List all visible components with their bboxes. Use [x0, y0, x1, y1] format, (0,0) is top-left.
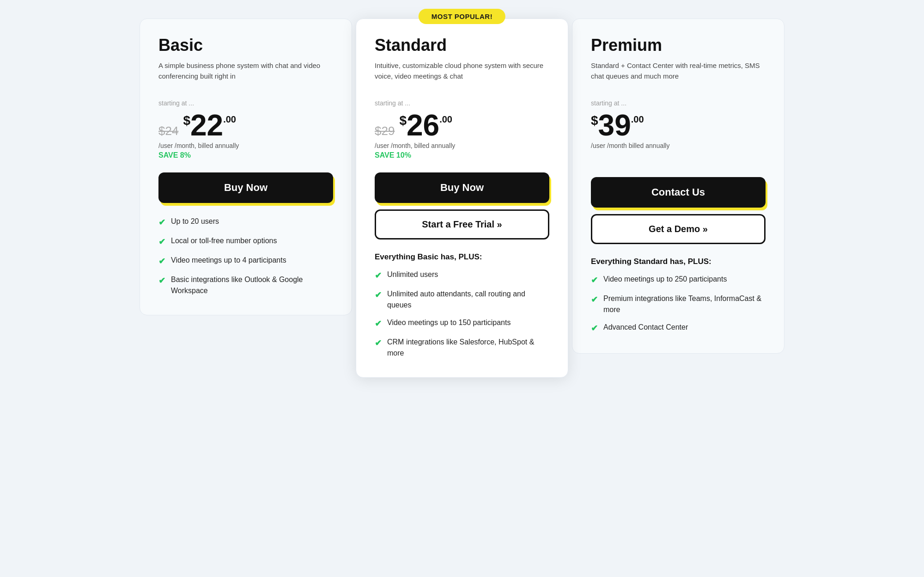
features-heading-standard: Everything Basic has, PLUS:	[375, 252, 549, 262]
check-icon: ✔	[375, 289, 382, 301]
feature-item: ✔ Premium integrations like Teams, Infor…	[591, 293, 766, 315]
starting-at-basic: starting at ...	[158, 99, 333, 107]
check-icon: ✔	[591, 294, 598, 306]
plan-title-premium: Premium	[591, 36, 766, 55]
dollar-sign-basic: $	[183, 113, 190, 128]
old-price-basic: $24	[158, 124, 178, 138]
old-price-standard: $29	[375, 124, 395, 138]
feature-item: ✔ Unlimited auto attendants, call routin…	[375, 288, 549, 311]
feature-item: ✔ Video meetings up to 4 participants	[158, 255, 333, 268]
price-cents-premium: .00	[631, 114, 644, 125]
feature-item: ✔ Advanced Contact Center	[591, 322, 766, 335]
starting-at-standard: starting at ...	[375, 99, 549, 107]
feature-list-basic: ✔ Up to 20 users ✔ Local or toll-free nu…	[158, 216, 333, 296]
price-amount-premium: 39	[598, 110, 631, 140]
feature-text: Video meetings up to 4 participants	[171, 255, 286, 266]
dollar-sign-standard: $	[399, 113, 407, 128]
feature-item: ✔ CRM integrations like Salesforce, HubS…	[375, 337, 549, 359]
check-icon: ✔	[158, 275, 165, 287]
check-icon: ✔	[158, 255, 165, 268]
check-icon: ✔	[375, 270, 382, 282]
feature-text: CRM integrations like Salesforce, HubSpo…	[387, 337, 549, 359]
feature-text: Video meetings up to 250 participants	[603, 274, 727, 285]
pricing-container: BasicA simple business phone system with…	[139, 18, 785, 378]
plan-description-premium: Standard + Contact Center with real-time…	[591, 61, 766, 88]
feature-text: Advanced Contact Center	[603, 322, 688, 333]
price-amount-standard: 26	[407, 110, 439, 140]
btn-secondary-standard[interactable]: Start a Free Trial »	[375, 209, 549, 239]
check-icon: ✔	[158, 216, 165, 229]
feature-text: Up to 20 users	[171, 216, 219, 227]
btn-secondary-premium[interactable]: Get a Demo »	[591, 214, 766, 244]
btn-primary-premium[interactable]: Contact Us	[591, 177, 766, 208]
feature-text: Basic integrations like Outlook & Google…	[171, 274, 333, 296]
plan-card-basic: BasicA simple business phone system with…	[140, 18, 352, 315]
billing-info-standard: /user /month, billed annually	[375, 142, 549, 149]
feature-list-premium: ✔ Video meetings up to 250 participants …	[591, 274, 766, 335]
feature-item: ✔ Local or toll-free number options	[158, 235, 333, 248]
billing-info-basic: /user /month, billed annually	[158, 142, 333, 149]
check-icon: ✔	[158, 236, 165, 248]
plan-card-premium: PremiumStandard + Contact Center with re…	[572, 18, 784, 354]
feature-item: ✔ Video meetings up to 150 participants	[375, 317, 549, 330]
new-price-basic: $ 22 .00	[183, 110, 236, 140]
check-icon: ✔	[591, 322, 598, 335]
dollar-sign-premium: $	[591, 113, 598, 128]
price-cents-standard: .00	[439, 114, 452, 125]
starting-at-premium: starting at ...	[591, 99, 766, 107]
feature-text: Local or toll-free number options	[171, 235, 277, 246]
check-icon: ✔	[591, 274, 598, 287]
price-cents-basic: .00	[223, 114, 236, 125]
feature-item: ✔ Video meetings up to 250 participants	[591, 274, 766, 287]
feature-text: Video meetings up to 150 participants	[387, 317, 511, 328]
price-amount-basic: 22	[190, 110, 223, 140]
feature-text: Unlimited auto attendants, call routing …	[387, 288, 549, 311]
feature-item: ✔ Up to 20 users	[158, 216, 333, 229]
check-icon: ✔	[375, 318, 382, 330]
plan-card-standard: MOST POPULAR!StandardIntuitive, customiz…	[356, 18, 568, 378]
new-price-premium: $ 39 .00	[591, 110, 644, 140]
feature-text: Unlimited users	[387, 269, 438, 280]
feature-text: Premium integrations like Teams, Informa…	[603, 293, 766, 315]
most-popular-badge: MOST POPULAR!	[419, 9, 505, 24]
billing-info-premium: /user /month billed annually	[591, 142, 766, 149]
plan-description-standard: Intuitive, customizable cloud phone syst…	[375, 61, 549, 88]
plan-title-standard: Standard	[375, 36, 549, 55]
check-icon: ✔	[375, 337, 382, 350]
save-badge-basic: SAVE 8%	[158, 151, 333, 160]
save-badge-standard: SAVE 10%	[375, 151, 549, 160]
feature-list-standard: ✔ Unlimited users ✔ Unlimited auto atten…	[375, 269, 549, 359]
feature-item: ✔ Basic integrations like Outlook & Goog…	[158, 274, 333, 296]
btn-primary-standard[interactable]: Buy Now	[375, 172, 549, 203]
features-heading-premium: Everything Standard has, PLUS:	[591, 257, 766, 266]
plan-description-basic: A simple business phone system with chat…	[158, 61, 333, 88]
plan-title-basic: Basic	[158, 36, 333, 55]
feature-item: ✔ Unlimited users	[375, 269, 549, 282]
new-price-standard: $ 26 .00	[399, 110, 452, 140]
btn-primary-basic[interactable]: Buy Now	[158, 172, 333, 203]
